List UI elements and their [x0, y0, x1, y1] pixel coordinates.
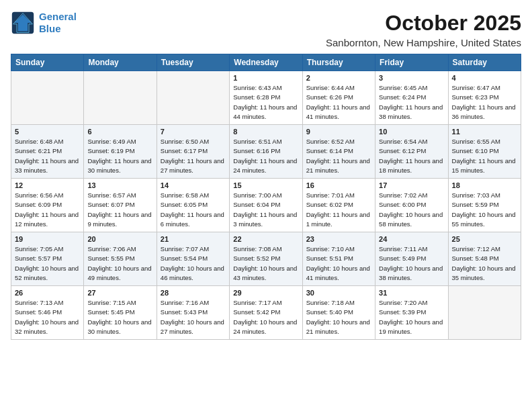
- calendar-cell: 20Sunrise: 7:06 AM Sunset: 5:55 PM Dayli…: [84, 232, 157, 286]
- day-info: Sunrise: 7:02 AM Sunset: 6:00 PM Dayligh…: [379, 191, 444, 229]
- day-number: 30: [306, 289, 371, 297]
- calendar-cell: 16Sunrise: 7:01 AM Sunset: 6:02 PM Dayli…: [302, 179, 375, 232]
- calendar-cell: 14Sunrise: 6:58 AM Sunset: 6:05 PM Dayli…: [157, 179, 229, 232]
- day-info: Sunrise: 7:12 AM Sunset: 5:48 PM Dayligh…: [452, 244, 517, 283]
- title-block: October 2025 Sanbornton, New Hampshire, …: [326, 11, 521, 48]
- day-info: Sunrise: 7:03 AM Sunset: 5:59 PM Dayligh…: [452, 191, 517, 229]
- day-number: 13: [87, 181, 152, 189]
- day-number: 26: [15, 289, 80, 297]
- day-info: Sunrise: 6:54 AM Sunset: 6:12 PM Dayligh…: [379, 137, 444, 175]
- calendar-cell: 6Sunrise: 6:49 AM Sunset: 6:19 PM Daylig…: [84, 125, 157, 179]
- day-number: 25: [452, 235, 517, 243]
- calendar-cell: 26Sunrise: 7:13 AM Sunset: 5:46 PM Dayli…: [11, 286, 84, 340]
- day-info: Sunrise: 6:50 AM Sunset: 6:17 PM Dayligh…: [161, 137, 226, 175]
- weekday-header-sunday: Sunday: [11, 54, 84, 71]
- day-number: 19: [15, 235, 80, 243]
- calendar-cell: 31Sunrise: 7:20 AM Sunset: 5:39 PM Dayli…: [375, 286, 448, 340]
- calendar-cell: 25Sunrise: 7:12 AM Sunset: 5:48 PM Dayli…: [448, 232, 521, 286]
- day-number: 28: [161, 289, 226, 297]
- calendar-cell: 23Sunrise: 7:10 AM Sunset: 5:51 PM Dayli…: [302, 232, 375, 286]
- day-number: 31: [379, 289, 444, 297]
- day-number: 18: [452, 181, 517, 189]
- calendar-cell: 4Sunrise: 6:47 AM Sunset: 6:23 PM Daylig…: [448, 71, 521, 125]
- calendar-table: SundayMondayTuesdayWednesdayThursdayFrid…: [11, 54, 521, 340]
- weekday-header-monday: Monday: [84, 54, 157, 71]
- calendar-cell: 15Sunrise: 7:00 AM Sunset: 6:04 PM Dayli…: [230, 179, 302, 232]
- week-row-4: 19Sunrise: 7:05 AM Sunset: 5:57 PM Dayli…: [11, 232, 521, 286]
- day-info: Sunrise: 6:49 AM Sunset: 6:19 PM Dayligh…: [87, 137, 152, 175]
- calendar-cell: 5Sunrise: 6:48 AM Sunset: 6:21 PM Daylig…: [11, 125, 84, 179]
- calendar-cell: 10Sunrise: 6:54 AM Sunset: 6:12 PM Dayli…: [375, 125, 448, 179]
- calendar-cell: 11Sunrise: 6:55 AM Sunset: 6:10 PM Dayli…: [448, 125, 521, 179]
- day-number: 7: [161, 128, 226, 136]
- day-info: Sunrise: 6:56 AM Sunset: 6:09 PM Dayligh…: [15, 191, 80, 229]
- day-info: Sunrise: 7:05 AM Sunset: 5:57 PM Dayligh…: [15, 244, 80, 283]
- logo: General Blue: [11, 11, 77, 35]
- calendar-cell: 3Sunrise: 6:45 AM Sunset: 6:24 PM Daylig…: [375, 71, 448, 125]
- day-info: Sunrise: 7:01 AM Sunset: 6:02 PM Dayligh…: [306, 191, 371, 229]
- day-info: Sunrise: 7:10 AM Sunset: 5:51 PM Dayligh…: [306, 244, 371, 283]
- day-info: Sunrise: 7:07 AM Sunset: 5:54 PM Dayligh…: [161, 244, 226, 283]
- day-number: 10: [379, 128, 444, 136]
- day-info: Sunrise: 6:58 AM Sunset: 6:05 PM Dayligh…: [161, 191, 226, 229]
- day-info: Sunrise: 6:45 AM Sunset: 6:24 PM Dayligh…: [379, 83, 444, 122]
- calendar-cell: [448, 286, 521, 340]
- calendar-cell: 29Sunrise: 7:17 AM Sunset: 5:42 PM Dayli…: [230, 286, 302, 340]
- day-number: 4: [452, 74, 517, 82]
- day-info: Sunrise: 6:47 AM Sunset: 6:23 PM Dayligh…: [452, 83, 517, 122]
- month-title: October 2025: [326, 11, 521, 36]
- day-info: Sunrise: 7:13 AM Sunset: 5:46 PM Dayligh…: [15, 298, 80, 336]
- day-number: 15: [233, 181, 298, 189]
- day-number: 5: [15, 128, 80, 136]
- day-number: 17: [379, 181, 444, 189]
- calendar-cell: 17Sunrise: 7:02 AM Sunset: 6:00 PM Dayli…: [375, 179, 448, 232]
- calendar-cell: 27Sunrise: 7:15 AM Sunset: 5:45 PM Dayli…: [84, 286, 157, 340]
- calendar-cell: 30Sunrise: 7:18 AM Sunset: 5:40 PM Dayli…: [302, 286, 375, 340]
- day-info: Sunrise: 7:06 AM Sunset: 5:55 PM Dayligh…: [87, 244, 152, 283]
- day-info: Sunrise: 6:44 AM Sunset: 6:26 PM Dayligh…: [306, 83, 371, 122]
- day-info: Sunrise: 6:51 AM Sunset: 6:16 PM Dayligh…: [233, 137, 298, 175]
- day-number: 22: [233, 235, 298, 243]
- calendar-cell: 9Sunrise: 6:52 AM Sunset: 6:14 PM Daylig…: [302, 125, 375, 179]
- day-number: 21: [161, 235, 226, 243]
- day-info: Sunrise: 6:48 AM Sunset: 6:21 PM Dayligh…: [15, 137, 80, 175]
- day-number: 3: [379, 74, 444, 82]
- day-number: 6: [87, 128, 152, 136]
- day-info: Sunrise: 6:55 AM Sunset: 6:10 PM Dayligh…: [452, 137, 517, 175]
- page-header: General Blue October 2025 Sanbornton, Ne…: [11, 11, 521, 48]
- weekday-header-row: SundayMondayTuesdayWednesdayThursdayFrid…: [11, 54, 521, 71]
- calendar-cell: [84, 71, 157, 125]
- day-number: 2: [306, 74, 371, 82]
- logo-icon: [11, 11, 35, 35]
- weekday-header-friday: Friday: [375, 54, 448, 71]
- day-number: 1: [233, 74, 298, 82]
- logo-text: General Blue: [39, 11, 77, 35]
- calendar-cell: 18Sunrise: 7:03 AM Sunset: 5:59 PM Dayli…: [448, 179, 521, 232]
- logo-line2: Blue: [39, 23, 77, 35]
- day-number: 24: [379, 235, 444, 243]
- day-info: Sunrise: 7:15 AM Sunset: 5:45 PM Dayligh…: [87, 298, 152, 336]
- calendar-cell: 8Sunrise: 6:51 AM Sunset: 6:16 PM Daylig…: [230, 125, 302, 179]
- calendar-cell: 22Sunrise: 7:08 AM Sunset: 5:52 PM Dayli…: [230, 232, 302, 286]
- calendar-cell: 7Sunrise: 6:50 AM Sunset: 6:17 PM Daylig…: [157, 125, 229, 179]
- day-info: Sunrise: 7:18 AM Sunset: 5:40 PM Dayligh…: [306, 298, 371, 336]
- weekday-header-thursday: Thursday: [302, 54, 375, 71]
- day-info: Sunrise: 6:43 AM Sunset: 6:28 PM Dayligh…: [233, 83, 298, 122]
- day-info: Sunrise: 7:16 AM Sunset: 5:43 PM Dayligh…: [161, 298, 226, 336]
- week-row-1: 1Sunrise: 6:43 AM Sunset: 6:28 PM Daylig…: [11, 71, 521, 125]
- day-info: Sunrise: 7:11 AM Sunset: 5:49 PM Dayligh…: [379, 244, 444, 283]
- calendar-cell: 19Sunrise: 7:05 AM Sunset: 5:57 PM Dayli…: [11, 232, 84, 286]
- location-subtitle: Sanbornton, New Hampshire, United States: [326, 37, 521, 48]
- weekday-header-saturday: Saturday: [448, 54, 521, 71]
- calendar-cell: 2Sunrise: 6:44 AM Sunset: 6:26 PM Daylig…: [302, 71, 375, 125]
- calendar-cell: 28Sunrise: 7:16 AM Sunset: 5:43 PM Dayli…: [157, 286, 229, 340]
- week-row-3: 12Sunrise: 6:56 AM Sunset: 6:09 PM Dayli…: [11, 179, 521, 232]
- day-number: 11: [452, 128, 517, 136]
- week-row-2: 5Sunrise: 6:48 AM Sunset: 6:21 PM Daylig…: [11, 125, 521, 179]
- logo-line1: General: [39, 11, 77, 23]
- day-info: Sunrise: 6:52 AM Sunset: 6:14 PM Dayligh…: [306, 137, 371, 175]
- day-number: 29: [233, 289, 298, 297]
- calendar-cell: 21Sunrise: 7:07 AM Sunset: 5:54 PM Dayli…: [157, 232, 229, 286]
- calendar-cell: 13Sunrise: 6:57 AM Sunset: 6:07 PM Dayli…: [84, 179, 157, 232]
- day-info: Sunrise: 7:08 AM Sunset: 5:52 PM Dayligh…: [233, 244, 298, 283]
